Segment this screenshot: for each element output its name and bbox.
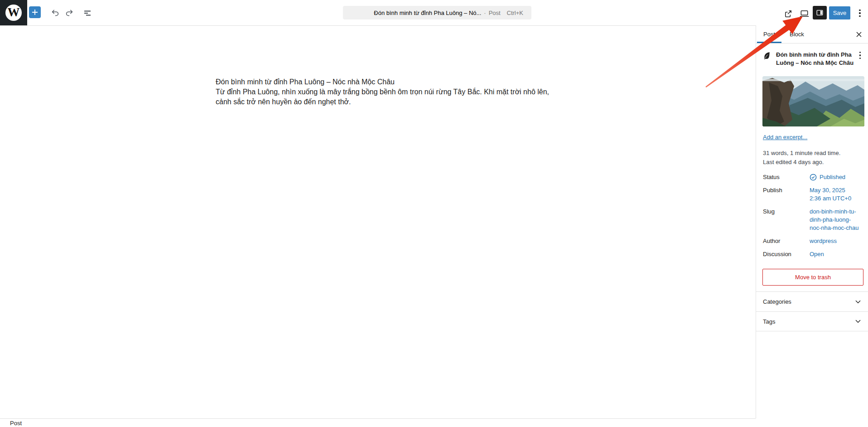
list-view-icon (83, 9, 92, 18)
discussion-value[interactable]: Open (810, 250, 861, 258)
redo-button[interactable] (64, 7, 75, 18)
move-to-trash-button[interactable]: Move to trash (762, 269, 863, 286)
slug-row: Slug don-binh-minh-tu-dinh-pha-luong-noc… (763, 208, 861, 232)
publish-row: Publish May 30, 2025 2:36 am UTC+0 (763, 186, 861, 203)
redo-arrow-icon (64, 8, 74, 18)
author-label: Author (763, 237, 810, 245)
slug-value[interactable]: don-binh-minh-tu-dinh-pha-luong-noc-nha-… (810, 208, 859, 232)
close-icon (856, 32, 862, 37)
author-row: Author wordpress (763, 237, 861, 245)
wordpress-logo-letter: W (5, 5, 22, 21)
content-paragraph[interactable]: Từ đỉnh Pha Luông, nhìn xuống là mây trắ… (216, 87, 551, 107)
tab-post[interactable]: Post (756, 25, 782, 43)
status-label: Status (763, 173, 810, 181)
word-count: 31 words, 1 minute read time. (763, 149, 861, 158)
categories-panel-toggle[interactable]: Categories (756, 291, 868, 311)
mountain-photo (762, 76, 864, 126)
post-content: Đón bình minh từ đỉnh Pha Luông – Nóc nh… (216, 77, 551, 107)
author-value[interactable]: wordpress (810, 237, 861, 245)
editor-canvas: Đón bình minh từ đỉnh Pha Luông – Nóc nh… (0, 25, 756, 427)
document-separator: · (484, 10, 486, 16)
ellipsis-icon (859, 52, 861, 59)
post-meta-summary: 31 words, 1 minute read time. Last edite… (763, 149, 861, 167)
chevron-down-icon (855, 300, 861, 304)
chevron-down-icon (855, 320, 861, 323)
document-overview-button[interactable] (82, 8, 93, 19)
post-fields: Status Published Publish May 30, 2025 2:… (763, 173, 861, 258)
close-sidebar-button[interactable] (854, 29, 864, 40)
status-row: Status Published (763, 173, 861, 181)
publish-value[interactable]: May 30, 2025 2:36 am UTC+0 (810, 186, 861, 203)
last-edited: Last edited 4 days ago. (763, 158, 861, 167)
document-command-bar[interactable]: Đón bình minh từ đỉnh Pha Luông – Nó... … (343, 6, 531, 19)
publish-label: Publish (763, 186, 810, 203)
post-summary: Đón bình minh từ đỉnh Pha Luông – Nóc nh… (756, 44, 868, 67)
desktop-preview-icon (799, 9, 810, 19)
sidebar-tabs: Post Block (756, 25, 868, 44)
status-value[interactable]: Published (810, 173, 861, 181)
breadcrumb-bar: Post (0, 418, 756, 427)
tab-block[interactable]: Block (782, 25, 811, 43)
document-type: Post (489, 10, 501, 16)
slug-label: Slug (763, 208, 810, 232)
check-circle-icon (810, 174, 817, 181)
settings-sidebar: Post Block Đón bình minh từ đỉnh Pha Luô… (756, 25, 868, 427)
tags-panel-toggle[interactable]: Tags (756, 311, 868, 331)
save-button[interactable]: Save (829, 6, 850, 19)
undo-button[interactable] (50, 7, 61, 18)
feather-icon (763, 51, 776, 67)
options-menu-button[interactable] (856, 8, 864, 18)
external-link-icon (784, 10, 792, 18)
command-shortcut: Ctrl+K (507, 10, 523, 16)
document-title: Đón bình minh từ đỉnh Pha Luông – Nó... (374, 10, 481, 16)
discussion-row: Discussion Open (763, 250, 861, 258)
plus-icon (31, 9, 39, 16)
featured-image[interactable] (762, 76, 864, 126)
toolbar-divider (0, 25, 756, 26)
summary-post-title: Đón bình minh từ đỉnh Pha Luông – Nóc nh… (776, 51, 854, 67)
undo-arrow-icon (50, 8, 60, 18)
discussion-label: Discussion (763, 250, 810, 258)
settings-panel-toggle[interactable] (813, 6, 827, 19)
post-actions-button[interactable] (859, 51, 861, 60)
add-excerpt-link[interactable]: Add an excerpt... (763, 134, 807, 141)
sidebar-panel-icon (815, 9, 824, 17)
categories-label: Categories (763, 298, 791, 305)
ellipsis-icon (859, 10, 861, 17)
wordpress-logo-icon[interactable]: W (0, 0, 27, 25)
preview-button[interactable] (799, 8, 810, 19)
content-title-line[interactable]: Đón bình minh từ đỉnh Pha Luông – Nóc nh… (216, 77, 551, 87)
block-inserter-button[interactable] (29, 6, 41, 18)
tags-label: Tags (763, 318, 775, 325)
editor-toolbar: W Đón bình minh từ đỉnh Pha Luông – Nó..… (0, 0, 868, 25)
taxonomy-panels: Categories Tags (756, 291, 868, 331)
view-post-button[interactable] (782, 8, 793, 19)
breadcrumb[interactable]: Post (10, 420, 22, 427)
